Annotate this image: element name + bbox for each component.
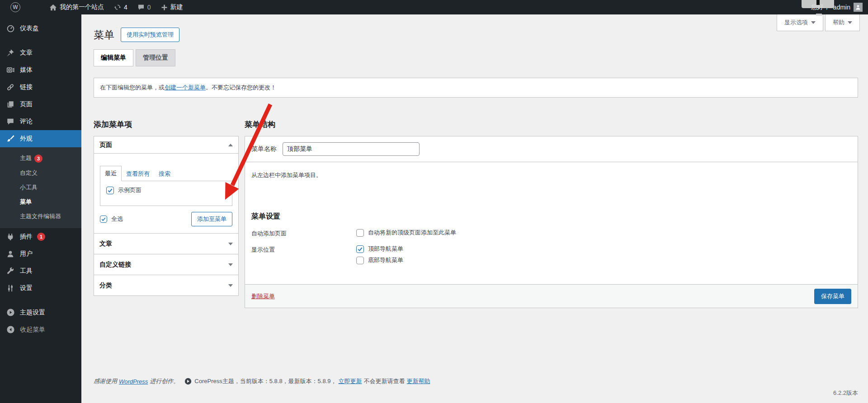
- sidebar-item-users[interactable]: 用户: [0, 245, 81, 262]
- theme-settings-icon: [5, 308, 15, 317]
- screen-meta: 显示选项 帮助: [777, 14, 860, 31]
- tab-view-all[interactable]: 查看所有: [122, 167, 154, 181]
- new-content-link[interactable]: 新建: [156, 0, 188, 14]
- menu-structure-column: 菜单结构 菜单名称 从左边栏中添加菜单项目。 菜单设置 自动添加页面: [245, 119, 858, 308]
- select-all-label: 全选: [111, 215, 123, 223]
- add-menu-items-column: 添加菜单项 页面 最近 查看所有 搜索: [94, 119, 239, 296]
- plus-icon: [161, 4, 168, 11]
- sidebar-item-settings[interactable]: 设置: [0, 280, 81, 297]
- submenu-item-customize[interactable]: 自定义: [0, 166, 81, 180]
- add-to-menu-button[interactable]: 添加至菜单: [191, 212, 232, 226]
- submenu-item-menus[interactable]: 菜单: [0, 195, 81, 209]
- footer-update-note: 不会更新请查看: [364, 377, 405, 385]
- page-checklist-item[interactable]: 示例页面: [106, 186, 226, 194]
- location-bottom-nav-row[interactable]: 底部导航菜单: [356, 256, 403, 264]
- sidebar-item-label: 媒体: [20, 66, 33, 74]
- update-help-link[interactable]: 更新帮助: [407, 377, 430, 385]
- site-name-link[interactable]: 我的第一个站点: [44, 0, 109, 14]
- username-label: admin: [833, 4, 850, 11]
- screen-options-button[interactable]: 显示选项: [777, 14, 823, 31]
- sidebar-item-label: 文章: [20, 49, 33, 57]
- chevron-down-icon: [228, 263, 233, 266]
- help-label: 帮助: [833, 19, 844, 27]
- custom-links-accordion[interactable]: 自定义链接: [94, 254, 239, 275]
- corepress-logo-icon: [184, 378, 192, 385]
- submenu-item-themes[interactable]: 主题3: [0, 151, 81, 166]
- sidebar-item-label: 插件: [20, 233, 33, 241]
- wordpress-logo-menu[interactable]: W: [5, 0, 25, 14]
- sidebar-item-appearance[interactable]: 外观: [0, 130, 81, 147]
- pages-postbox: 页面 最近 查看所有 搜索 示例页面: [94, 136, 239, 234]
- auto-add-checkbox[interactable]: [356, 229, 364, 237]
- sidebar-item-label: 用户: [20, 250, 33, 258]
- footer-thanks-pre: 感谢使用: [94, 377, 117, 385]
- tab-most-recent[interactable]: 最近: [100, 166, 122, 181]
- sidebar-item-dashboard[interactable]: 仪表盘: [0, 20, 81, 37]
- sidebar-item-tools[interactable]: 工具: [0, 262, 81, 280]
- bottom-nav-checkbox[interactable]: [356, 257, 364, 264]
- sidebar-item-pages[interactable]: 页面: [0, 96, 81, 113]
- home-icon: [49, 4, 57, 11]
- notice-text-pre: 在下面编辑您的菜单，或: [100, 84, 165, 91]
- menu-settings-heading: 菜单设置: [251, 212, 851, 221]
- sidebar-item-label: 主题设置: [20, 309, 45, 317]
- save-menu-button[interactable]: 保存菜单: [814, 289, 851, 304]
- top-nav-label: 顶部导航菜单: [368, 245, 403, 253]
- auto-add-option-row[interactable]: 自动将新的顶级页面添加至此菜单: [356, 229, 456, 237]
- sliders-icon: [5, 284, 15, 292]
- sample-page-checkbox[interactable]: [106, 187, 114, 194]
- pages-postbox-header[interactable]: 页面: [94, 136, 238, 154]
- select-all-checkbox[interactable]: [100, 216, 107, 223]
- menu-structure-hint: 从左边栏中添加菜单项目。: [245, 162, 858, 207]
- manage-with-live-preview-button[interactable]: 使用实时预览管理: [121, 28, 179, 42]
- pages-postbox-title: 页面: [99, 141, 112, 149]
- sidebar-item-comments[interactable]: 评论: [0, 113, 81, 130]
- tab-edit-menus[interactable]: 编辑菜单: [94, 49, 133, 66]
- admin-footer: 感谢使用 WordPress 进行创作。 CorePress主题，当前版本：5.…: [94, 377, 430, 385]
- chevron-up-icon: [228, 144, 233, 146]
- comment-bubble-icon: [5, 117, 15, 126]
- sidebar-item-media[interactable]: 媒体: [0, 61, 81, 79]
- themes-update-badge: 3: [34, 155, 42, 163]
- submenu-item-widgets[interactable]: 小工具: [0, 180, 81, 195]
- edit-menu-notice: 在下面编辑您的菜单，或创建一个新菜单。不要忘记保存您的更改！: [94, 78, 858, 98]
- menu-name-label: 菜单名称: [251, 145, 277, 153]
- display-location-label: 显示位置: [251, 245, 356, 264]
- sidebar-item-posts[interactable]: 文章: [0, 44, 81, 61]
- create-new-menu-link[interactable]: 创建一个新菜单: [165, 84, 206, 91]
- menu-name-input[interactable]: [283, 142, 420, 156]
- wordpress-footer-link[interactable]: WordPress: [119, 378, 148, 385]
- sidebar-item-theme-settings[interactable]: 主题设置: [0, 304, 81, 321]
- sidebar-item-label: 评论: [20, 117, 33, 126]
- menu-structure-heading: 菜单结构: [245, 119, 858, 131]
- location-top-nav-row[interactable]: 顶部导航菜单: [356, 245, 403, 253]
- comments-link[interactable]: 0: [132, 0, 156, 14]
- bottom-nav-label: 底部导航菜单: [368, 256, 403, 264]
- sidebar-separator: [0, 297, 81, 304]
- posts-accordion[interactable]: 文章: [94, 233, 239, 254]
- submenu-item-theme-editor[interactable]: 主题文件编辑器: [0, 209, 81, 224]
- top-nav-checkbox[interactable]: [356, 245, 364, 253]
- chevron-down-icon: [228, 243, 233, 245]
- footer-thanks-post: 进行创作。: [150, 377, 179, 385]
- tab-manage-locations[interactable]: 管理位置: [136, 49, 175, 66]
- sidebar-item-collapse-menu[interactable]: 收起菜单: [0, 321, 81, 338]
- nav-tabs: 编辑菜单 管理位置: [94, 49, 868, 66]
- collapse-arrow-icon: [5, 325, 15, 334]
- delete-menu-link[interactable]: 删除菜单: [251, 292, 275, 300]
- menu-settings: 菜单设置 自动添加页面 自动将新的顶级页面添加至此菜单: [245, 207, 858, 284]
- tab-search[interactable]: 搜索: [154, 167, 175, 181]
- add-menu-items-heading: 添加菜单项: [94, 119, 239, 131]
- categories-accordion[interactable]: 分类: [94, 275, 239, 296]
- sidebar-item-links[interactable]: 链接: [0, 79, 81, 96]
- sidebar-item-label: 工具: [20, 267, 33, 275]
- sidebar-item-label: 收起菜单: [20, 326, 45, 334]
- updates-link[interactable]: 4: [109, 0, 132, 14]
- admin-bar: W 我的第一个站点 4 0 新建 您好，admin: [0, 0, 868, 14]
- select-all-row[interactable]: 全选: [100, 215, 123, 223]
- sidebar-item-plugins[interactable]: 插件 1: [0, 228, 81, 245]
- update-now-link[interactable]: 立即更新: [339, 377, 362, 385]
- sidebar-item-label: 仪表盘: [20, 24, 39, 33]
- help-button[interactable]: 帮助: [825, 14, 860, 31]
- footer-theme-text: CorePress主题，当前版本：5.8.8，最新版本：5.8.9，: [194, 377, 336, 385]
